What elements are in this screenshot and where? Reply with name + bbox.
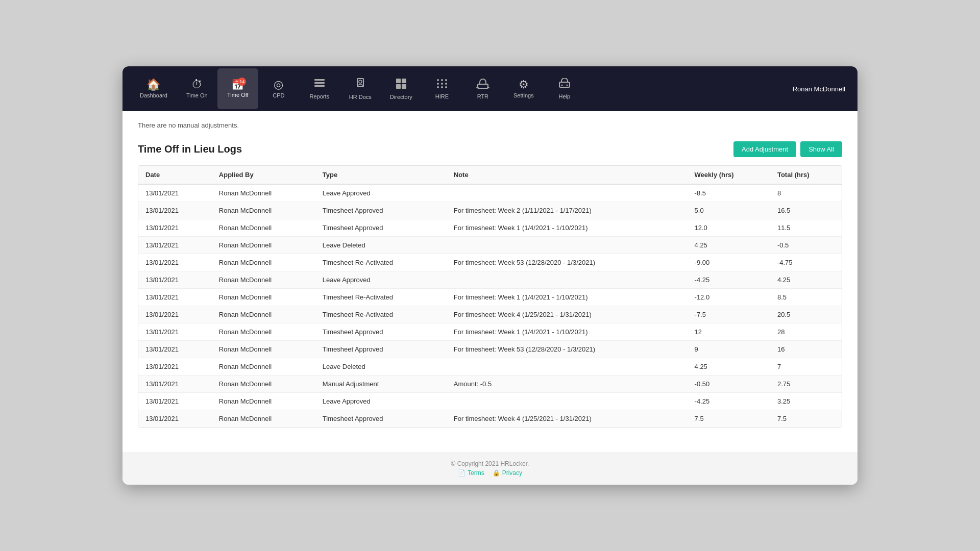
cell-12-5: 3.25 [770, 393, 842, 410]
cell-5-5: 4.25 [770, 271, 842, 289]
terms-doc-icon: 📄 [458, 469, 465, 477]
cell-11-3: Amount: -0.5 [447, 375, 688, 393]
cell-13-1: Ronan McDonnell [212, 410, 315, 428]
cell-8-1: Ronan McDonnell [212, 323, 315, 341]
cell-13-5: 7.5 [770, 410, 842, 428]
cell-3-0: 13/01/2021 [138, 237, 212, 254]
cell-10-0: 13/01/2021 [138, 358, 212, 375]
cell-5-4: -4.25 [688, 271, 770, 289]
table-row: 13/01/2021Ronan McDonnellTimesheet Appro… [138, 219, 842, 237]
cell-5-0: 13/01/2021 [138, 271, 212, 289]
svg-point-12 [437, 83, 439, 85]
nav-label-hr-docs: HR Docs [349, 94, 372, 100]
svg-rect-5 [396, 79, 401, 83]
cell-8-4: 12 [688, 323, 770, 341]
cell-7-4: -7.5 [688, 306, 770, 323]
cell-1-5: 16.5 [770, 202, 842, 219]
cell-2-0: 13/01/2021 [138, 219, 212, 237]
section-header: Time Off in Lieu Logs Add Adjustment Sho… [138, 141, 842, 157]
nav-item-rtr[interactable]: RTR [462, 68, 503, 109]
cpd-icon: ◎ [274, 78, 283, 91]
cell-7-0: 13/01/2021 [138, 306, 212, 323]
cell-0-3 [447, 184, 688, 202]
cell-9-3: For timesheet: Week 53 (12/28/2020 - 1/3… [447, 341, 688, 358]
cell-1-2: Timesheet Approved [315, 202, 447, 219]
table-row: 13/01/2021Ronan McDonnellTimesheet Appro… [138, 323, 842, 341]
help-icon [558, 79, 571, 92]
cell-7-2: Timesheet Re-Activated [315, 306, 447, 323]
svg-point-15 [437, 86, 439, 88]
cell-10-1: Ronan McDonnell [212, 358, 315, 375]
cell-12-1: Ronan McDonnell [212, 393, 315, 410]
cell-13-3: For timesheet: Week 4 (1/25/2021 - 1/31/… [447, 410, 688, 428]
reports-icon [313, 79, 326, 92]
table-row: 13/01/2021Ronan McDonnellLeave Deleted4.… [138, 237, 842, 254]
cell-7-3: For timesheet: Week 4 (1/25/2021 - 1/31/… [447, 306, 688, 323]
add-adjustment-button[interactable]: Add Adjustment [733, 141, 796, 157]
cell-4-4: -9.00 [688, 254, 770, 271]
svg-rect-6 [402, 79, 406, 83]
cell-13-2: Timesheet Approved [315, 410, 447, 428]
hire-icon [436, 79, 448, 92]
cell-6-5: 8.5 [770, 289, 842, 306]
cell-0-0: 13/01/2021 [138, 184, 212, 202]
time-off-badge: 14 [238, 78, 246, 86]
cell-9-0: 13/01/2021 [138, 341, 212, 358]
cell-10-4: 4.25 [688, 358, 770, 375]
svg-rect-1 [314, 82, 325, 84]
cell-3-4: 4.25 [688, 237, 770, 254]
nav-item-help[interactable]: Help [544, 68, 585, 109]
nav-item-time-on[interactable]: ⏱ Time On [177, 68, 217, 109]
hr-docs-icon [354, 80, 366, 92]
cell-2-4: 12.0 [688, 219, 770, 237]
col-header-total: Total (hrs) [770, 166, 842, 184]
nav-item-settings[interactable]: ⚙ Settings [503, 68, 544, 109]
cell-11-1: Ronan McDonnell [212, 375, 315, 393]
svg-point-11 [445, 79, 447, 81]
svg-point-10 [441, 79, 443, 81]
table-body: 13/01/2021Ronan McDonnellLeave Approved-… [138, 184, 842, 427]
cell-6-0: 13/01/2021 [138, 289, 212, 306]
terms-link[interactable]: 📄 Terms [458, 469, 484, 477]
nav-item-hr-docs[interactable]: HR Docs [340, 68, 381, 109]
cell-0-2: Leave Approved [315, 184, 447, 202]
nav-label-settings: Settings [513, 92, 534, 98]
table-row: 13/01/2021Ronan McDonnellTimesheet Re-Ac… [138, 254, 842, 271]
nav-item-dashboard[interactable]: 🏠 Dashboard [131, 68, 177, 109]
cell-2-2: Timesheet Approved [315, 219, 447, 237]
footer-links: 📄 Terms 🔒 Privacy [131, 469, 849, 477]
col-header-note: Note [447, 166, 688, 184]
navbar: 🏠 Dashboard ⏱ Time On 📅 14 Time Off [122, 66, 857, 111]
nav-item-hire[interactable]: HIRE [422, 68, 462, 109]
cell-7-1: Ronan McDonnell [212, 306, 315, 323]
privacy-lock-icon: 🔒 [493, 469, 500, 477]
show-all-button[interactable]: Show All [800, 141, 842, 157]
table-row: 13/01/2021Ronan McDonnellManual Adjustme… [138, 375, 842, 393]
nav-item-time-off[interactable]: 📅 14 Time Off [217, 68, 258, 109]
nav-items: 🏠 Dashboard ⏱ Time On 📅 14 Time Off [131, 68, 793, 109]
nav-user: Ronan McDonnell [793, 85, 849, 93]
nav-item-directory[interactable]: Directory [381, 68, 422, 109]
table-row: 13/01/2021Ronan McDonnellLeave Deleted4.… [138, 358, 842, 375]
cell-7-5: 20.5 [770, 306, 842, 323]
cell-0-1: Ronan McDonnell [212, 184, 315, 202]
table-row: 13/01/2021Ronan McDonnellTimesheet Re-Ac… [138, 306, 842, 323]
table-row: 13/01/2021Ronan McDonnellLeave Approved-… [138, 271, 842, 289]
cell-11-4: -0.50 [688, 375, 770, 393]
nav-item-cpd[interactable]: ◎ CPD [258, 68, 299, 109]
cell-10-5: 7 [770, 358, 842, 375]
main-content: There are no manual adjustments. Time Of… [122, 111, 857, 452]
cell-4-1: Ronan McDonnell [212, 254, 315, 271]
nav-item-reports[interactable]: Reports [299, 68, 340, 109]
footer: © Copyright 2021 HRLocker. 📄 Terms 🔒 Pri… [122, 452, 857, 485]
cell-8-5: 28 [770, 323, 842, 341]
col-header-applied-by: Applied By [212, 166, 315, 184]
privacy-link[interactable]: 🔒 Privacy [493, 469, 522, 477]
nav-label-cpd: CPD [273, 92, 284, 98]
svg-rect-2 [314, 85, 325, 87]
section-title: Time Off in Lieu Logs [138, 143, 242, 155]
col-header-weekly: Weekly (hrs) [688, 166, 770, 184]
cell-4-0: 13/01/2021 [138, 254, 212, 271]
cell-3-1: Ronan McDonnell [212, 237, 315, 254]
cell-3-5: -0.5 [770, 237, 842, 254]
